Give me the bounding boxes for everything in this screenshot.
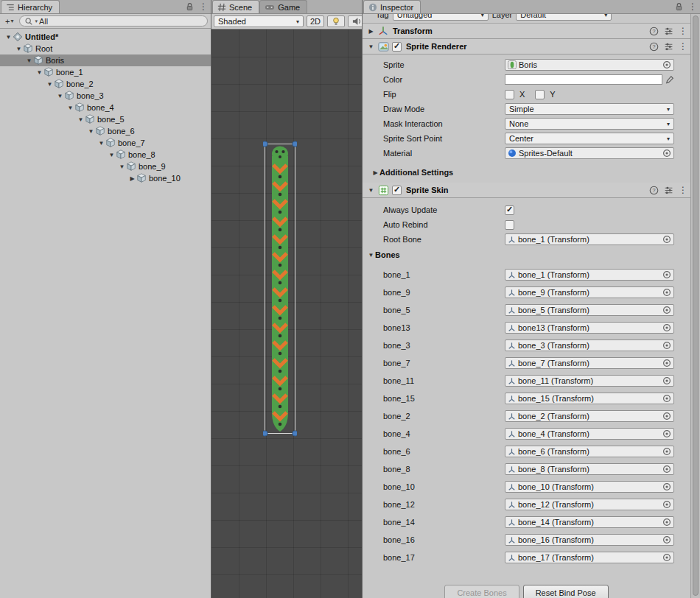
- bone-object-field[interactable]: bone_14 (Transform): [505, 516, 674, 528]
- component-enabled-checkbox[interactable]: [392, 42, 402, 52]
- expand-arrow-icon[interactable]: ▼: [77, 116, 85, 123]
- object-picker-icon[interactable]: [662, 482, 671, 491]
- object-picker-icon[interactable]: [662, 149, 671, 158]
- presets-icon[interactable]: [664, 42, 673, 52]
- object-picker-icon[interactable]: [662, 429, 671, 438]
- expand-arrow-icon[interactable]: ▼: [4, 34, 13, 41]
- expand-arrow-icon[interactable]: ▼: [15, 46, 23, 52]
- hierarchy-row[interactable]: ▼ bone_6: [0, 125, 211, 137]
- sprite-sort-point-dropdown[interactable]: Center ▾: [505, 133, 674, 144]
- presets-icon[interactable]: [664, 27, 673, 36]
- scene-canvas[interactable]: [211, 29, 362, 598]
- panel-menu-icon[interactable]: ⋮: [199, 2, 208, 11]
- panel-menu-icon[interactable]: ⋮: [688, 2, 697, 11]
- hierarchy-row[interactable]: ▼ bone_5: [0, 113, 211, 125]
- sprite-skin-component-header[interactable]: ▼ Sprite Skin ? ⋮: [363, 183, 690, 198]
- foldout-arrow-icon[interactable]: ▼: [367, 187, 375, 194]
- bone-object-field[interactable]: bone_16 (Transform): [505, 534, 674, 546]
- sprite-renderer-component-header[interactable]: ▼ Sprite Renderer ? ⋮: [363, 39, 690, 54]
- object-picker-icon[interactable]: [662, 465, 671, 474]
- hierarchy-row[interactable]: ▼ Boris: [0, 54, 211, 66]
- reset-bind-pose-button[interactable]: Reset Bind Pose: [523, 585, 609, 598]
- bone-object-field[interactable]: bone_15 (Transform): [505, 393, 674, 404]
- hierarchy-row[interactable]: ▼ bone_8: [0, 149, 211, 161]
- kebab-menu-icon[interactable]: ⋮: [679, 186, 687, 194]
- flip-x-checkbox[interactable]: [505, 90, 514, 99]
- hierarchy-row[interactable]: ▼ bone_7: [0, 137, 211, 149]
- auto-rebind-checkbox[interactable]: [505, 220, 514, 230]
- boris-sprite-selection[interactable]: [263, 140, 297, 437]
- bone-object-field[interactable]: bone_4 (Transform): [505, 428, 674, 440]
- hierarchy-search-input[interactable]: ▾ All: [19, 15, 208, 27]
- tab-hierarchy[interactable]: Hierarchy: [1, 0, 60, 13]
- sprite-object-field[interactable]: Boris: [505, 59, 674, 71]
- bone-object-field[interactable]: bone_10 (Transform): [505, 481, 674, 493]
- hierarchy-row[interactable]: ▼ bone_3: [0, 90, 211, 102]
- object-picker-icon[interactable]: [662, 235, 671, 244]
- hierarchy-row[interactable]: ▼ bone_9: [0, 161, 211, 172]
- lock-icon[interactable]: [186, 2, 194, 11]
- kebab-menu-icon[interactable]: ⋮: [679, 27, 687, 35]
- tab-inspector[interactable]: Inspector: [363, 0, 421, 13]
- bone-object-field[interactable]: bone_8 (Transform): [505, 463, 674, 475]
- presets-icon[interactable]: [664, 186, 673, 195]
- object-picker-icon[interactable]: [662, 394, 671, 403]
- search-filter-arrow-icon[interactable]: ▾: [35, 18, 38, 24]
- bone-object-field[interactable]: bone_3 (Transform): [505, 340, 674, 351]
- bone-object-field[interactable]: bone_1 (Transform): [505, 269, 674, 281]
- always-update-checkbox[interactable]: [505, 205, 514, 215]
- material-object-field[interactable]: Sprites-Default: [505, 147, 674, 159]
- expand-arrow-icon[interactable]: ▼: [108, 152, 116, 158]
- object-picker-icon[interactable]: [662, 535, 671, 544]
- color-swatch[interactable]: [505, 74, 662, 85]
- help-icon[interactable]: ?: [649, 42, 659, 52]
- bone-object-field[interactable]: bone_17 (Transform): [505, 552, 674, 563]
- expand-arrow-icon[interactable]: ▶: [128, 175, 136, 182]
- hierarchy-row[interactable]: ▼ bone_2: [0, 78, 211, 90]
- expand-arrow-icon[interactable]: ▼: [35, 69, 43, 76]
- create-bones-button[interactable]: Create Bones: [444, 585, 519, 598]
- expand-arrow-icon[interactable]: ▼: [66, 105, 74, 111]
- object-picker-icon[interactable]: [662, 359, 671, 367]
- object-picker-icon[interactable]: [662, 376, 671, 385]
- root-bone-object-field[interactable]: bone_1 (Transform): [505, 233, 674, 245]
- kebab-menu-icon[interactable]: ⋮: [679, 42, 687, 51]
- bone-object-field[interactable]: bone_6 (Transform): [505, 446, 674, 457]
- create-object-button[interactable]: + ▾: [3, 15, 15, 27]
- layer-dropdown[interactable]: Default ▾: [516, 14, 612, 21]
- object-picker-icon[interactable]: [662, 270, 671, 279]
- object-picker-icon[interactable]: [662, 412, 671, 421]
- expand-arrow-icon[interactable]: ▼: [56, 93, 64, 99]
- 2d-mode-toggle[interactable]: 2D: [307, 15, 324, 27]
- bone-object-field[interactable]: bone_5 (Transform): [505, 304, 674, 316]
- expand-arrow-icon[interactable]: ▼: [87, 128, 95, 135]
- expand-arrow-icon[interactable]: ▼: [118, 163, 126, 170]
- help-icon[interactable]: ?: [649, 27, 659, 36]
- help-icon[interactable]: ?: [649, 186, 659, 195]
- bone-object-field[interactable]: bone_12 (Transform): [505, 499, 674, 510]
- flip-y-checkbox[interactable]: [535, 90, 545, 99]
- transform-component-header[interactable]: ▶ Transform ? ⋮: [363, 24, 690, 39]
- object-picker-icon[interactable]: [662, 60, 671, 69]
- tab-game[interactable]: Game: [259, 0, 307, 13]
- hierarchy-row[interactable]: ▶ bone_10: [0, 172, 211, 184]
- hierarchy-row[interactable]: ▼ bone_4: [0, 102, 211, 113]
- expand-arrow-icon[interactable]: ▼: [25, 57, 33, 64]
- bones-foldout[interactable]: ▼ Bones: [363, 247, 690, 263]
- hierarchy-row[interactable]: ▼ Untitled*: [0, 31, 211, 43]
- lock-icon[interactable]: [675, 2, 683, 11]
- eyedropper-icon[interactable]: [665, 75, 674, 84]
- hierarchy-row[interactable]: ▼ bone_1: [0, 66, 211, 78]
- shading-mode-dropdown[interactable]: Shaded ▾: [214, 15, 304, 27]
- scene-audio-toggle[interactable]: [348, 15, 362, 27]
- object-picker-icon[interactable]: [662, 323, 671, 332]
- foldout-arrow-icon[interactable]: ▼: [367, 252, 375, 258]
- expand-arrow-icon[interactable]: ▼: [46, 81, 54, 88]
- bone-object-field[interactable]: bone_7 (Transform): [505, 357, 674, 369]
- tag-dropdown[interactable]: Untagged ▾: [393, 14, 489, 21]
- bone-object-field[interactable]: bone_2 (Transform): [505, 410, 674, 422]
- additional-settings-label[interactable]: Additional Settings: [379, 168, 453, 177]
- object-picker-icon[interactable]: [662, 341, 671, 350]
- scene-lighting-toggle[interactable]: [327, 15, 345, 27]
- mask-interaction-dropdown[interactable]: None ▾: [505, 118, 674, 130]
